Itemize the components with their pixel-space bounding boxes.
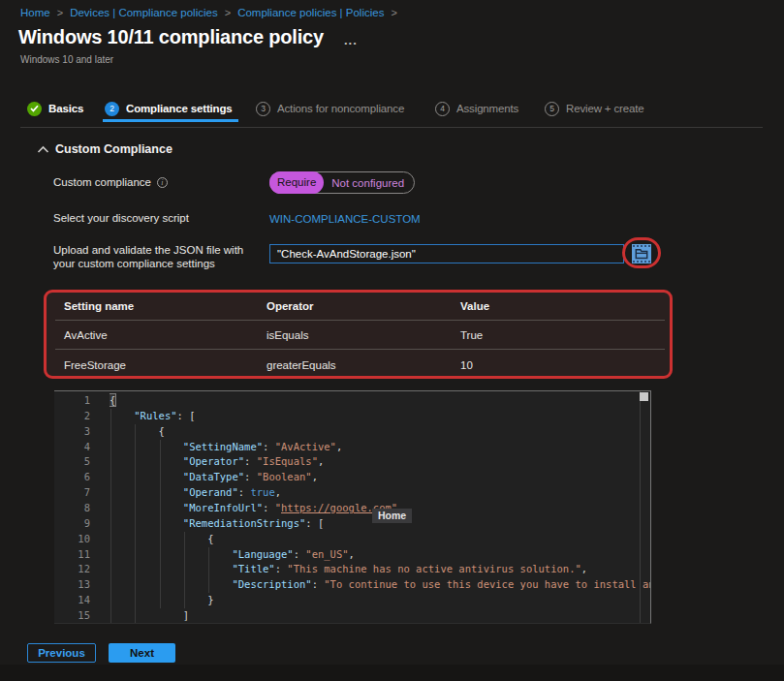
breadcrumb-separator-icon: > xyxy=(225,7,231,18)
line-number: 6 xyxy=(54,470,90,485)
breadcrumb-separator-icon: > xyxy=(391,7,396,18)
code-text: "Rules": [ xyxy=(110,409,650,424)
info-icon[interactable]: i xyxy=(157,177,168,188)
code-line: 13 "Description": "To continue to use th… xyxy=(54,577,650,593)
table-row-divider xyxy=(55,320,665,321)
check-icon xyxy=(27,102,42,116)
section-title[interactable]: Custom Compliance xyxy=(55,142,172,156)
code-line: 8 "MoreInfoUrl": "https://google.com", xyxy=(54,501,650,516)
code-text: "Language": "en_US", xyxy=(110,547,650,563)
line-number: 8 xyxy=(54,501,90,516)
custom-compliance-label: Custom compliance i xyxy=(53,176,168,188)
code-text: "SettingName": "AvActive", xyxy=(110,440,650,455)
json-code-editor[interactable]: 1{2 "Rules": [3 {4 "SettingName": "AvAct… xyxy=(54,390,651,624)
code-line: 14 } xyxy=(54,593,650,608)
step-number: 3 xyxy=(256,102,270,116)
next-button[interactable]: Next xyxy=(109,643,175,663)
code-line: 5 "Operator": "IsEquals", xyxy=(54,454,650,470)
code-text: "Title": "This machine has no active ant… xyxy=(110,562,650,577)
code-text: "Operator": "IsEquals", xyxy=(110,454,650,470)
discovery-script-link[interactable]: WIN-COMPLIANCE-CUSTOM xyxy=(269,213,421,225)
code-text: } xyxy=(110,593,650,608)
code-text: { xyxy=(110,393,650,409)
indent-guide xyxy=(160,440,161,608)
code-line: 9 "RemediationStrings": [ xyxy=(54,516,650,532)
code-text: "Description": "To continue to use this … xyxy=(110,577,650,593)
line-number: 14 xyxy=(54,593,90,608)
code-line: 12 "Title": "This machine has no active … xyxy=(54,562,650,577)
step-review-create[interactable]: 5Review + create xyxy=(545,101,644,116)
step-actions-for-noncompliance[interactable]: 3Actions for noncompliance xyxy=(256,101,404,116)
table-cell: True xyxy=(460,329,483,341)
breadcrumb: Home > Devices | Compliance policies > C… xyxy=(20,7,404,18)
code-line: 6 "DataType": "Boolean", xyxy=(54,470,650,485)
code-text: "DataType": "Boolean", xyxy=(110,470,650,485)
line-number: 3 xyxy=(54,424,90,440)
code-line: 7 "Operand": true, xyxy=(54,485,650,501)
code-line: 1{ xyxy=(54,393,650,409)
upload-json-label-line2: your custom compliance settings xyxy=(53,257,243,270)
upload-json-label: Upload and validate the JSON file with y… xyxy=(53,243,243,270)
page-subtitle: Windows 10 and later xyxy=(20,54,113,65)
title-menu-ellipsis-icon[interactable]: ... xyxy=(344,33,358,47)
code-line: 3 { xyxy=(54,424,650,440)
previous-button[interactable]: Previous xyxy=(27,643,96,663)
line-number: 11 xyxy=(54,547,90,563)
code-line: 4 "SettingName": "AvActive", xyxy=(54,440,650,455)
step-number: 4 xyxy=(435,102,450,116)
discovery-script-label: Select your discovery script xyxy=(53,212,189,224)
table-header-operator: Operator xyxy=(267,300,314,312)
toggle-option-not-configured[interactable]: Not configured xyxy=(324,177,414,189)
line-number: 9 xyxy=(54,516,90,532)
minimap-divider xyxy=(640,391,641,623)
bottom-strip xyxy=(0,665,784,681)
line-number: 10 xyxy=(54,532,90,547)
code-line: 10 { xyxy=(54,532,650,547)
breadcrumb-separator-icon: > xyxy=(57,7,63,18)
breadcrumb-link-home[interactable]: Home xyxy=(20,7,50,18)
table-cell: isEquals xyxy=(267,329,308,341)
line-number: 5 xyxy=(54,454,90,470)
annotation-circle-browse-button xyxy=(622,237,661,268)
breadcrumb-link-devices[interactable]: Devices | Compliance policies xyxy=(70,7,218,18)
toggle-option-require[interactable]: Require xyxy=(269,171,324,194)
indent-guide xyxy=(110,409,111,624)
line-number: 2 xyxy=(54,409,90,424)
indent-guide xyxy=(208,547,209,594)
step-label: Actions for noncompliance xyxy=(277,103,404,114)
line-number: 7 xyxy=(54,485,90,501)
code-text: "Operand": true, xyxy=(110,485,650,501)
custom-compliance-toggle: Require Not configured xyxy=(269,171,415,194)
json-file-input[interactable] xyxy=(269,244,624,263)
collapse-chevron-icon[interactable] xyxy=(37,145,49,154)
code-text: ] xyxy=(110,608,650,624)
line-number: 1 xyxy=(54,393,90,409)
code-line: 15 ] xyxy=(54,608,650,624)
step-number: 5 xyxy=(545,102,559,116)
page-title: Windows 10/11 compliance policy xyxy=(18,26,324,48)
breadcrumb-link-policies[interactable]: Compliance policies | Policies xyxy=(237,7,384,18)
line-number: 13 xyxy=(54,577,90,593)
code-line: 2 "Rules": [ xyxy=(54,409,650,424)
step-number: 2 xyxy=(105,102,119,116)
link-hover-tooltip: Home xyxy=(372,509,412,523)
table-cell: FreeStorage xyxy=(64,359,126,371)
custom-compliance-label-text: Custom compliance xyxy=(53,176,151,188)
table-row-divider xyxy=(55,349,665,350)
line-number: 12 xyxy=(54,562,90,577)
code-text: { xyxy=(110,532,650,547)
step-basics[interactable]: Basics xyxy=(27,101,83,116)
step-label: Assignments xyxy=(456,103,518,114)
code-text: { xyxy=(110,424,650,440)
step-compliance-settings[interactable]: 2Compliance settings xyxy=(105,101,233,116)
minimap-thumb[interactable] xyxy=(640,392,648,401)
annotation-box-settings-table: Setting nameOperatorValueAvActiveisEqual… xyxy=(44,290,673,379)
step-label: Basics xyxy=(48,103,83,114)
upload-json-label-line1: Upload and validate the JSON file with xyxy=(53,243,243,257)
step-assignments[interactable]: 4Assignments xyxy=(435,101,518,116)
indent-guide xyxy=(184,532,185,608)
active-tab-underline xyxy=(103,119,238,122)
line-number: 15 xyxy=(54,608,90,624)
table-cell: 10 xyxy=(460,359,473,371)
line-number: 4 xyxy=(54,440,90,455)
